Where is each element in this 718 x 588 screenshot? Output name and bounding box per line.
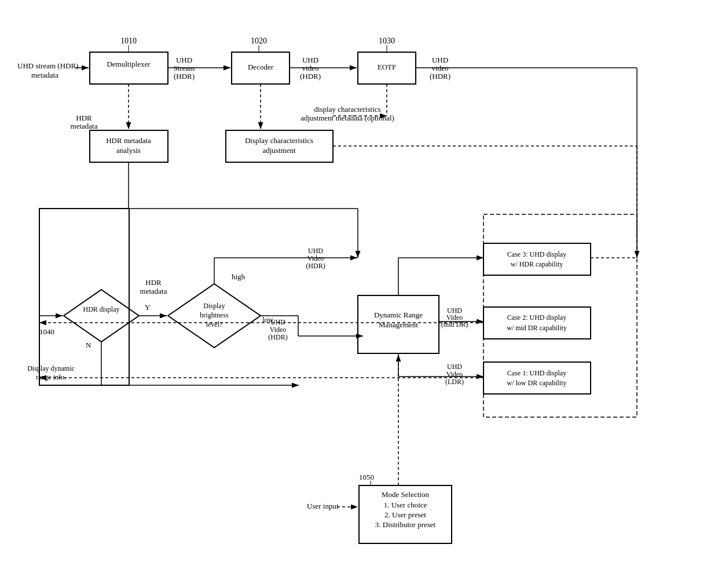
decoder-label: Decoder — [248, 63, 274, 71]
uhd-video-ldr-label3: (LDR) — [445, 378, 464, 386]
uhd-video-hdr-out-label2: video — [432, 64, 449, 72]
svg-text:1030: 1030 — [379, 36, 395, 45]
uhd-stream-hdr-label: UHD — [176, 56, 192, 64]
mode-sel-item3: 3. Distributor preset — [375, 520, 436, 529]
case1-label2: w/ low DR capability — [507, 379, 567, 387]
uhd-stream-hdr-label3: (HDR) — [174, 72, 195, 81]
uhd-video-hdr-out-label: UHD — [432, 56, 448, 64]
disp-char-label-flow: display characteristics — [314, 105, 380, 114]
uhd-video-ldr-label: UHD — [447, 363, 462, 371]
hdr-meta-label2: analysis — [116, 146, 141, 155]
uhd-video-hdr-path-label3: (HDR) — [268, 333, 287, 341]
disp-char-label2: adjustment — [262, 146, 295, 155]
hdr-display-text: HDR display — [83, 305, 120, 313]
uhd-video-hdr-path-label: UHD — [270, 318, 285, 326]
case3-label2: w/ HDR capability — [511, 260, 563, 268]
main-svg: 1010 1020 1030 Demultiplexer Decoder EOT… — [0, 0, 718, 588]
disp-char-label: Display characteristics — [245, 136, 313, 145]
uhd-video-high-label3: (HDR) — [306, 262, 325, 270]
label-1050: 1050 — [359, 473, 374, 481]
uhd-stream-hdr-label2: Stream — [174, 64, 195, 72]
brightness-text3: level? — [206, 320, 223, 328]
mode-sel-item2: 2. User preset — [384, 510, 426, 519]
hdr-meta-label: HDR metadata — [106, 136, 151, 145]
y-label: Y — [145, 303, 151, 312]
uhd-stream-label: UHD stream (HDR) — [17, 61, 78, 70]
uhd-video-hdr-label2: video — [302, 64, 319, 72]
case2-label2: w/ mid DR capability — [507, 324, 567, 332]
disp-dyn-range-label2: range info. — [36, 373, 66, 381]
mode-sel-item1: 1. User choice — [384, 501, 427, 509]
eotf-label: EOTF — [378, 63, 397, 71]
svg-text:1020: 1020 — [251, 36, 267, 45]
case3-label: Case 3: UHD display — [507, 250, 566, 258]
diagram-container: 1010 1020 1030 Demultiplexer Decoder EOT… — [0, 0, 718, 588]
high-label: high — [232, 272, 246, 281]
hdr-metadata-lower-label: HDR — [145, 278, 162, 287]
uhd-video-hdr-out-label3: (HDR) — [430, 72, 450, 81]
case1-block — [483, 362, 591, 394]
hdr-metadata-flow-label2: metadata — [71, 122, 98, 130]
hdr-display-diamond — [64, 290, 139, 342]
uhd-video-hdr-label3: (HDR) — [300, 72, 321, 81]
case3-block — [483, 243, 591, 275]
metadata-label: metadata — [31, 71, 58, 79]
mode-sel-title: Mode Selection — [382, 490, 429, 499]
outer-loop-rect — [39, 209, 129, 385]
case2-block — [483, 307, 591, 339]
case1-label: Case 1: UHD display — [507, 369, 566, 377]
uhd-video-high-label: UHD — [308, 247, 323, 255]
user-input-label: User input — [307, 502, 339, 510]
demultiplexer-label: Demultiplexer — [107, 60, 151, 68]
hdr-metadata-lower-label2: metadata — [140, 287, 167, 295]
n-label: N — [86, 341, 91, 349]
uhd-video-hdr-path-label2: Video — [270, 326, 287, 334]
drm-label: Dynamic Range — [374, 311, 423, 319]
uhd-video-high-label2: Video — [307, 254, 324, 262]
hdr-metadata-flow-label: HDR — [76, 114, 92, 122]
disp-dyn-range-label: Display dynamic — [27, 364, 75, 372]
uhd-video-hdr-label: UHD — [302, 56, 318, 64]
disp-char-label-flow2: adjustment metadata (optional) — [301, 114, 394, 122]
brightness-text2: brightness — [200, 311, 229, 319]
uhd-video-mid-label3: (mid DR) — [441, 320, 468, 328]
brightness-text: Display — [203, 302, 225, 310]
drm-label2: Management — [379, 320, 418, 329]
case2-label: Case 2: UHD display — [507, 313, 566, 322]
svg-text:1010: 1010 — [120, 36, 137, 45]
label-1040: 1040 — [39, 327, 54, 336]
uhd-video-ldr-label2: Video — [446, 370, 463, 378]
